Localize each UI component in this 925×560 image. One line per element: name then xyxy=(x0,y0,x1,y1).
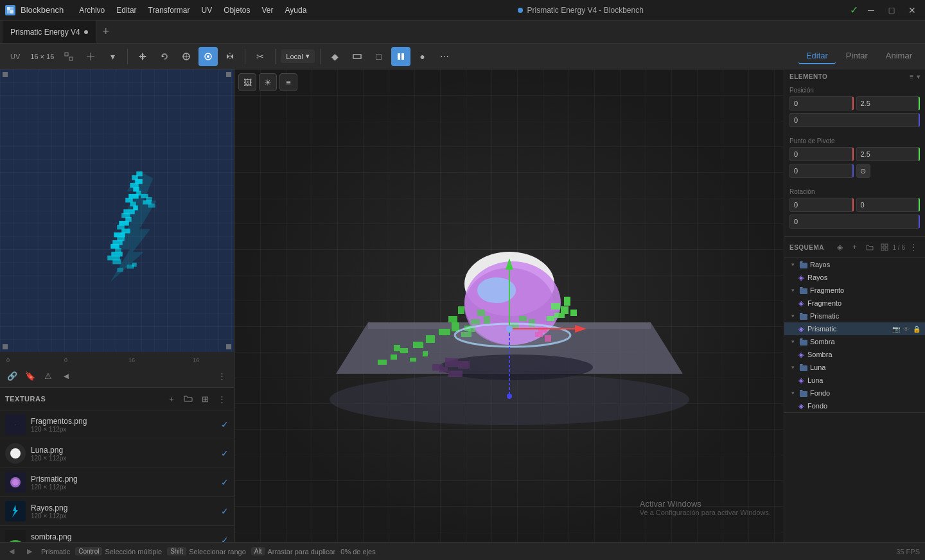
texture-item-prismatic[interactable]: Prismatic.png 120 × 112px ✓ xyxy=(0,468,234,497)
tree-eye-luna-item[interactable]: 👁 xyxy=(902,376,911,385)
pivot-y-input[interactable]: 2.5 xyxy=(856,147,921,161)
element-menu-icon[interactable]: ≡ xyxy=(910,73,913,80)
uv-corner-bl[interactable] xyxy=(3,344,8,349)
tree-camera-fondo-item[interactable]: 📷 xyxy=(892,401,901,410)
tree-lock-luna-item[interactable]: 🔒 xyxy=(912,376,921,385)
tab-add-button[interactable]: + xyxy=(96,22,116,42)
menu-ayuda[interactable]: Ayuda xyxy=(280,3,312,17)
tree-item-luna[interactable]: ◈ Luna 📷 👁 🔒 xyxy=(784,374,925,387)
bookmark-button[interactable]: 🔖 xyxy=(23,369,37,383)
scale-tool-button[interactable] xyxy=(177,47,196,66)
tree-lock-rayos[interactable]: 🔒 xyxy=(912,260,921,269)
menu-uv[interactable]: UV xyxy=(197,3,218,17)
tree-item-fondo[interactable]: ◈ Fondo 📷 👁 🔒 xyxy=(784,399,925,412)
tree-eye-sombra[interactable]: 👁 xyxy=(902,337,911,346)
cursor-tool-button[interactable] xyxy=(198,47,218,66)
tree-eye-prismatic-item[interactable]: 👁 xyxy=(902,324,911,333)
texture-check-rayos[interactable]: ✓ xyxy=(221,506,229,516)
texture-folder-button[interactable] xyxy=(181,392,195,406)
esquema-folder-btn[interactable] xyxy=(863,241,876,254)
tree-folder-sombra[interactable]: ▾ Sombra 📷 👁 🔒 xyxy=(784,335,925,348)
texture-add-button[interactable]: + xyxy=(164,392,179,406)
tree-camera-rayos[interactable]: 📷 xyxy=(892,260,901,269)
menu-editar[interactable]: Editar xyxy=(111,3,141,17)
tree-camera-luna-item[interactable]: 📷 xyxy=(892,376,901,385)
tree-eye-fondo[interactable]: 👁 xyxy=(902,389,911,398)
texture-check-sombra[interactable]: ✓ xyxy=(221,535,229,542)
element-expand-icon[interactable]: ▾ xyxy=(917,73,921,80)
texture-item-rayos[interactable]: Rayos.png 120 × 112px ✓ xyxy=(0,497,234,526)
tree-eye-fragmento[interactable]: 👁 xyxy=(902,286,911,295)
texture-more-button[interactable]: ⋮ xyxy=(215,392,229,406)
vp-menu-button[interactable]: ≡ xyxy=(279,73,297,91)
tree-camera-fragmento-item[interactable]: 📷 xyxy=(892,299,901,308)
texture-grid-button[interactable]: ⊞ xyxy=(198,392,212,406)
tree-folder-prismatic[interactable]: ▾ Prismatic 📷 👁 🔒 xyxy=(784,310,925,322)
rotation-z-input[interactable]: 0 xyxy=(789,214,920,229)
tree-folder-luna[interactable]: ▾ Luna 📷 👁 🔒 xyxy=(784,361,925,374)
esquema-gem-btn[interactable]: ◈ xyxy=(834,241,847,254)
tree-camera-prismatic[interactable]: 📷 xyxy=(892,311,901,320)
texture-check-luna[interactable]: ✓ xyxy=(221,448,229,459)
tree-lock-rayos-item[interactable]: 🔒 xyxy=(912,273,921,282)
tree-camera-sombra[interactable]: 📷 xyxy=(892,337,901,346)
tree-eye-sombra-item[interactable]: 👁 xyxy=(902,350,911,359)
tree-camera-rayos-item[interactable]: 📷 xyxy=(892,273,901,282)
menu-objetos[interactable]: Objetos xyxy=(218,3,255,17)
mode-tab-animar[interactable]: Animar xyxy=(878,48,920,64)
pivot-z-input[interactable]: 0 xyxy=(789,164,854,178)
tree-eye-rayos[interactable]: 👁 xyxy=(902,260,911,269)
uv-more-button[interactable]: ⋮ xyxy=(215,369,229,383)
tree-folder-rayos[interactable]: ▾ Rayos 📷 👁 🔒 xyxy=(784,258,925,271)
mode-tab-editar[interactable]: Editar xyxy=(798,48,836,64)
pause-button[interactable] xyxy=(391,47,410,66)
vertex-button[interactable]: ◆ xyxy=(326,47,345,66)
maximize-button[interactable]: □ xyxy=(884,3,899,18)
viewport[interactable]: 🖼 ☀ ≡ xyxy=(234,69,784,542)
texture-item-sombra[interactable]: sombra.png 120 × 112px ✓ xyxy=(0,526,234,542)
uv-corner-br[interactable] xyxy=(226,344,231,349)
tree-lock-fondo-item[interactable]: 🔒 xyxy=(912,401,921,410)
tree-camera-prismatic-item[interactable]: 📷 xyxy=(892,324,901,333)
position-z-input[interactable]: 0 xyxy=(789,113,920,127)
tree-item-prismatic[interactable]: ◈ Prismatic 📷 👁 🔒 xyxy=(784,322,925,335)
tree-lock-sombra-item[interactable]: 🔒 xyxy=(912,350,921,359)
face-button[interactable]: □ xyxy=(369,47,389,66)
coordinate-dropdown[interactable]: Local ▾ xyxy=(281,49,314,63)
texture-item-luna[interactable]: Luna.png 120 × 112px ✓ xyxy=(0,439,234,468)
tree-item-rayos[interactable]: ◈ Rayos 📷 👁 🔒 xyxy=(784,271,925,284)
nav-next-button[interactable]: ▶ xyxy=(23,545,36,558)
tree-camera-fondo[interactable]: 📷 xyxy=(892,389,901,398)
tree-eye-fondo-item[interactable]: 👁 xyxy=(902,401,911,410)
uv-corner-tl[interactable] xyxy=(3,72,8,77)
link-button[interactable]: 🔗 xyxy=(5,369,19,383)
tree-eye-fragmento-item[interactable]: 👁 xyxy=(902,299,911,308)
close-button[interactable]: ✕ xyxy=(904,3,920,18)
nav-prev-button[interactable]: ◀ xyxy=(5,545,18,558)
tree-item-fragmento[interactable]: ◈ Fragmento 📷 👁 🔒 xyxy=(784,297,925,310)
uv-corner-tr[interactable] xyxy=(226,72,231,77)
tree-lock-sombra[interactable]: 🔒 xyxy=(912,337,921,346)
rotation-y-input[interactable]: 0 xyxy=(856,198,921,212)
texture-item-fragmentos[interactable]: · Fragmentos.png 120 × 112px ✓ xyxy=(0,410,234,439)
pivot-x-input[interactable]: 0 xyxy=(789,147,854,161)
resize-icon[interactable] xyxy=(59,47,78,66)
tree-camera-sombra-item[interactable]: 📷 xyxy=(892,350,901,359)
rotation-x-input[interactable]: 0 xyxy=(789,198,854,212)
menu-transformar[interactable]: Transformar xyxy=(143,3,195,17)
tree-eye-rayos-item[interactable]: 👁 xyxy=(902,273,911,282)
move-tool-button[interactable] xyxy=(133,47,152,66)
aspect-ratio-icon[interactable] xyxy=(81,47,100,66)
vp-sun-button[interactable]: ☀ xyxy=(259,73,277,91)
vp-image-button[interactable]: 🖼 xyxy=(238,73,256,91)
dropdown-chevron[interactable]: ▾ xyxy=(103,47,122,66)
dot-button[interactable]: ● xyxy=(413,47,432,66)
rotate-tool-button[interactable] xyxy=(155,47,174,66)
menu-archivo[interactable]: Archivo xyxy=(74,3,110,17)
flip-tool-button[interactable] xyxy=(220,47,240,66)
esquema-add-btn[interactable]: + xyxy=(849,241,861,254)
texture-check-prismatic[interactable]: ✓ xyxy=(221,477,229,487)
tree-eye-prismatic[interactable]: 👁 xyxy=(902,311,911,320)
tree-lock-luna[interactable]: 🔒 xyxy=(912,363,921,372)
tree-lock-fragmento-item[interactable]: 🔒 xyxy=(912,299,921,308)
